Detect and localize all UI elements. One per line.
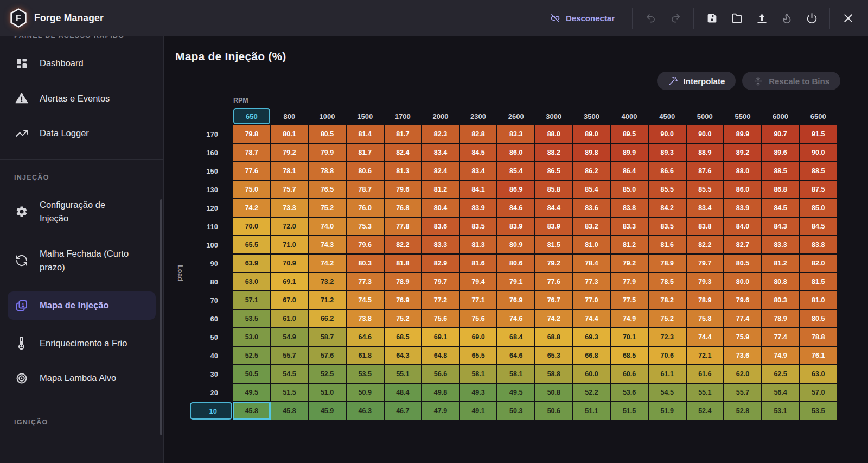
map-cell-2600-40[interactable]: 64.6 (497, 347, 534, 364)
map-cell-1000-100[interactable]: 74.3 (309, 236, 346, 253)
map-cell-3000-110[interactable]: 83.9 (535, 218, 572, 235)
map-cell-4000-160[interactable]: 89.9 (611, 144, 648, 161)
map-cell-1000-10[interactable]: 45.9 (309, 402, 346, 420)
map-cell-6000-60[interactable]: 78.9 (762, 310, 799, 327)
map-cell-2600-120[interactable]: 84.6 (497, 199, 534, 217)
map-cell-2300-130[interactable]: 84.1 (460, 181, 497, 198)
map-cell-2600-150[interactable]: 85.4 (497, 162, 534, 180)
map-cell-1700-50[interactable]: 68.5 (385, 328, 422, 346)
sidebar-item-enriquecimento-a-frio[interactable]: Enriquecimento a Frio (8, 332, 156, 355)
map-cell-2000-150[interactable]: 82.4 (422, 162, 459, 180)
load-header-170[interactable]: 170 (190, 125, 232, 143)
load-header-80[interactable]: 80 (190, 273, 232, 290)
map-cell-2000-30[interactable]: 56.6 (422, 365, 459, 383)
load-header-120[interactable]: 120 (190, 199, 232, 217)
map-cell-4000-170[interactable]: 89.5 (611, 125, 648, 143)
map-cell-4500-130[interactable]: 85.5 (649, 181, 686, 198)
map-cell-800-20[interactable]: 51.5 (271, 384, 308, 401)
map-cell-800-10[interactable]: 45.8 (271, 402, 308, 420)
map-cell-4000-70[interactable]: 77.5 (611, 291, 648, 309)
map-cell-5000-130[interactable]: 85.5 (687, 181, 724, 198)
map-cell-4500-160[interactable]: 89.3 (649, 144, 686, 161)
map-cell-4500-40[interactable]: 70.6 (649, 347, 686, 364)
map-cell-6000-10[interactable]: 53.1 (762, 402, 799, 420)
map-cell-3000-120[interactable]: 84.4 (535, 199, 572, 217)
map-cell-3500-40[interactable]: 66.8 (573, 347, 610, 364)
map-cell-4000-110[interactable]: 83.3 (611, 218, 648, 235)
map-cell-6000-30[interactable]: 62.5 (762, 365, 799, 383)
map-cell-4500-10[interactable]: 51.9 (649, 402, 686, 420)
map-cell-4000-100[interactable]: 81.2 (611, 236, 648, 253)
map-cell-4000-30[interactable]: 60.6 (611, 365, 648, 383)
map-cell-1500-90[interactable]: 80.3 (347, 255, 384, 272)
map-cell-800-120[interactable]: 73.3 (271, 199, 308, 217)
map-cell-650-120[interactable]: 74.2 (233, 199, 270, 217)
map-cell-1700-80[interactable]: 78.9 (385, 273, 422, 290)
map-cell-5000-50[interactable]: 74.4 (687, 328, 724, 346)
map-cell-800-30[interactable]: 54.5 (271, 365, 308, 383)
map-cell-5500-50[interactable]: 75.9 (724, 328, 761, 346)
map-cell-2000-130[interactable]: 81.2 (422, 181, 459, 198)
folder-button[interactable] (724, 6, 749, 31)
load-header-130[interactable]: 130 (190, 181, 232, 198)
map-cell-2300-150[interactable]: 83.4 (460, 162, 497, 180)
map-cell-1000-30[interactable]: 52.5 (309, 365, 346, 383)
map-cell-4000-120[interactable]: 83.8 (611, 199, 648, 217)
map-cell-5500-160[interactable]: 89.2 (724, 144, 761, 161)
rpm-header-4000[interactable]: 4000 (611, 108, 648, 124)
map-cell-1000-150[interactable]: 78.8 (309, 162, 346, 180)
map-cell-2300-50[interactable]: 69.0 (460, 328, 497, 346)
map-cell-1700-40[interactable]: 64.3 (385, 347, 422, 364)
map-cell-6500-110[interactable]: 84.5 (800, 218, 837, 235)
map-cell-800-100[interactable]: 71.0 (271, 236, 308, 253)
map-cell-5000-150[interactable]: 87.6 (687, 162, 724, 180)
map-cell-2000-20[interactable]: 49.8 (422, 384, 459, 401)
map-cell-1700-30[interactable]: 55.1 (385, 365, 422, 383)
map-cell-1500-160[interactable]: 81.7 (347, 144, 384, 161)
map-cell-800-160[interactable]: 79.2 (271, 144, 308, 161)
sidebar-item-malha-fechada-curto-prazo[interactable]: Malha Fechada (Curto prazo) (8, 243, 156, 279)
load-header-100[interactable]: 100 (190, 236, 232, 253)
map-cell-800-70[interactable]: 67.0 (271, 291, 308, 309)
sidebar-scrollbar[interactable] (160, 199, 162, 435)
map-cell-6000-80[interactable]: 80.8 (762, 273, 799, 290)
map-cell-2600-50[interactable]: 68.4 (497, 328, 534, 346)
sidebar-item-alertas-e-eventos[interactable]: Alertas e Eventos (8, 87, 156, 110)
map-cell-1500-20[interactable]: 50.9 (347, 384, 384, 401)
map-cell-1700-20[interactable]: 48.4 (385, 384, 422, 401)
map-cell-5000-170[interactable]: 90.0 (687, 125, 724, 143)
map-cell-4500-60[interactable]: 75.2 (649, 310, 686, 327)
map-cell-6000-70[interactable]: 80.3 (762, 291, 799, 309)
map-cell-5000-90[interactable]: 79.7 (687, 255, 724, 272)
map-cell-2300-100[interactable]: 81.3 (460, 236, 497, 253)
map-cell-4500-110[interactable]: 83.5 (649, 218, 686, 235)
map-cell-800-150[interactable]: 78.1 (271, 162, 308, 180)
map-cell-6000-150[interactable]: 88.5 (762, 162, 799, 180)
map-cell-1700-110[interactable]: 77.8 (385, 218, 422, 235)
map-cell-1500-60[interactable]: 73.8 (347, 310, 384, 327)
map-cell-2000-50[interactable]: 69.1 (422, 328, 459, 346)
map-cell-5500-110[interactable]: 84.0 (724, 218, 761, 235)
load-header-110[interactable]: 110 (190, 218, 232, 235)
map-cell-2300-10[interactable]: 49.1 (460, 402, 497, 420)
map-cell-3500-120[interactable]: 83.6 (573, 199, 610, 217)
map-cell-5000-120[interactable]: 83.4 (687, 199, 724, 217)
map-cell-5500-120[interactable]: 83.9 (724, 199, 761, 217)
map-cell-2000-10[interactable]: 47.9 (422, 402, 459, 420)
map-cell-3000-20[interactable]: 50.8 (535, 384, 572, 401)
map-cell-1000-110[interactable]: 74.0 (309, 218, 346, 235)
close-button[interactable] (835, 6, 860, 31)
map-cell-1500-130[interactable]: 78.7 (347, 181, 384, 198)
rpm-header-3000[interactable]: 3000 (535, 108, 572, 124)
map-cell-6500-160[interactable]: 90.0 (800, 144, 837, 161)
map-cell-1700-60[interactable]: 75.2 (385, 310, 422, 327)
map-cell-650-170[interactable]: 79.8 (233, 125, 270, 143)
map-cell-2300-80[interactable]: 79.4 (460, 273, 497, 290)
map-cell-1700-130[interactable]: 79.6 (385, 181, 422, 198)
map-cell-650-30[interactable]: 50.5 (233, 365, 270, 383)
map-cell-3000-90[interactable]: 79.2 (535, 255, 572, 272)
load-header-60[interactable]: 60 (190, 310, 232, 327)
map-cell-800-40[interactable]: 55.7 (271, 347, 308, 364)
map-cell-4500-50[interactable]: 72.3 (649, 328, 686, 346)
map-cell-4000-40[interactable]: 68.5 (611, 347, 648, 364)
